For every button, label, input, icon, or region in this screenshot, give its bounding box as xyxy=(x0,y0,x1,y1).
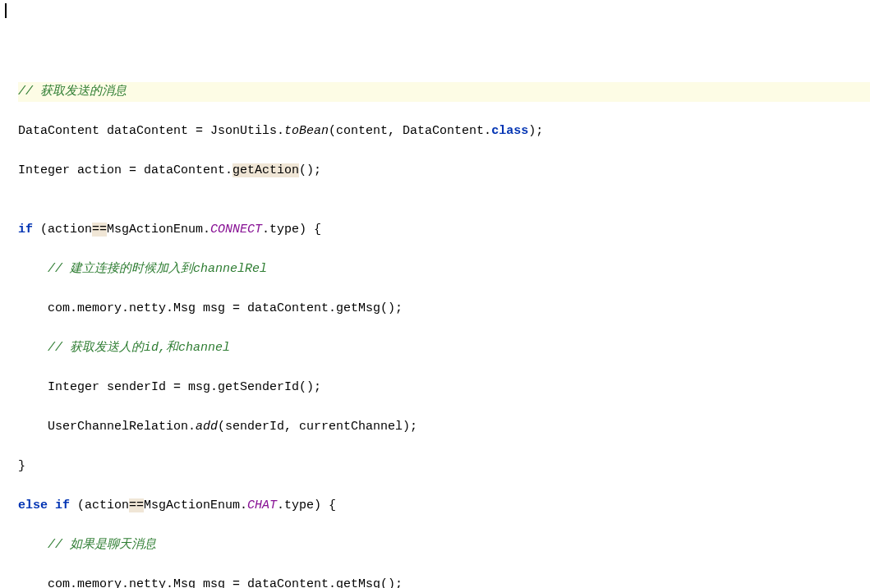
comment: // 获取发送人的id,和channel xyxy=(48,341,230,355)
comment: // 获取发送的消息 xyxy=(18,85,127,99)
code-line[interactable]: if (action==MsgActionEnum.CONNECT.type) … xyxy=(18,220,870,240)
highlighted-token: == xyxy=(129,498,144,512)
code-text: (content, DataContent. xyxy=(329,124,491,138)
text-cursor xyxy=(5,3,7,18)
code-line[interactable]: com.memory.netty.Msg msg = dataContent.g… xyxy=(18,299,870,319)
code-editor-content[interactable]: // 获取发送的消息 DataContent dataContent = Jso… xyxy=(18,82,870,588)
enum-constant: CHAT xyxy=(247,498,277,512)
code-text: ); xyxy=(528,124,543,138)
code-line[interactable]: Integer senderId = msg.getSenderId(); xyxy=(18,378,870,397)
comment: // 如果是聊天消息 xyxy=(48,538,156,552)
code-text: } xyxy=(18,459,25,473)
code-text: com.memory.netty.Msg msg = dataContent.g… xyxy=(48,577,403,588)
indent xyxy=(18,420,48,434)
code-text: (action xyxy=(33,223,92,237)
keyword: if xyxy=(18,223,33,237)
code-line[interactable]: // 获取发送人的id,和channel xyxy=(18,338,870,358)
indent xyxy=(18,301,48,315)
indent xyxy=(18,262,48,276)
highlighted-token: == xyxy=(92,223,107,237)
code-line[interactable]: else if (action==MsgActionEnum.CHAT.type… xyxy=(18,496,870,516)
code-text: (); xyxy=(299,163,321,177)
indent xyxy=(18,380,48,394)
indent xyxy=(18,341,48,355)
highlighted-token: getAction xyxy=(232,163,299,177)
code-line[interactable]: UserChannelRelation.add(senderId, curren… xyxy=(18,417,870,437)
static-method: toBean xyxy=(284,124,329,138)
code-line[interactable]: } xyxy=(18,457,870,476)
indent xyxy=(18,577,48,588)
code-text: (action xyxy=(70,498,129,512)
code-text: DataContent dataContent = JsonUtils. xyxy=(18,124,284,138)
code-line[interactable]: DataContent dataContent = JsonUtils.toBe… xyxy=(18,122,870,141)
comment: // 建立连接的时候加入到channelRel xyxy=(48,262,267,276)
code-text: MsgActionEnum. xyxy=(107,223,210,237)
code-line[interactable]: Integer action = dataContent.getAction()… xyxy=(18,161,870,181)
keyword: class xyxy=(491,124,528,138)
static-method: add xyxy=(196,420,218,434)
code-text: Integer senderId = msg.getSenderId(); xyxy=(48,380,321,394)
code-line[interactable]: // 获取发送的消息 xyxy=(18,82,870,102)
code-text: .type) { xyxy=(277,498,336,512)
code-text: com.memory.netty.Msg msg = dataContent.g… xyxy=(48,301,403,315)
indent xyxy=(18,538,48,552)
keyword: else if xyxy=(18,498,70,512)
code-line[interactable]: // 如果是聊天消息 xyxy=(18,535,870,555)
code-text: MsgActionEnum. xyxy=(144,498,247,512)
code-text: UserChannelRelation. xyxy=(48,420,196,434)
code-line[interactable]: com.memory.netty.Msg msg = dataContent.g… xyxy=(18,575,870,588)
code-text: .type) { xyxy=(262,223,321,237)
code-line[interactable]: // 建立连接的时候加入到channelRel xyxy=(18,260,870,279)
code-text: (senderId, currentChannel); xyxy=(218,420,417,434)
enum-constant: CONNECT xyxy=(210,223,262,237)
code-text: Integer action = dataContent. xyxy=(18,163,232,177)
